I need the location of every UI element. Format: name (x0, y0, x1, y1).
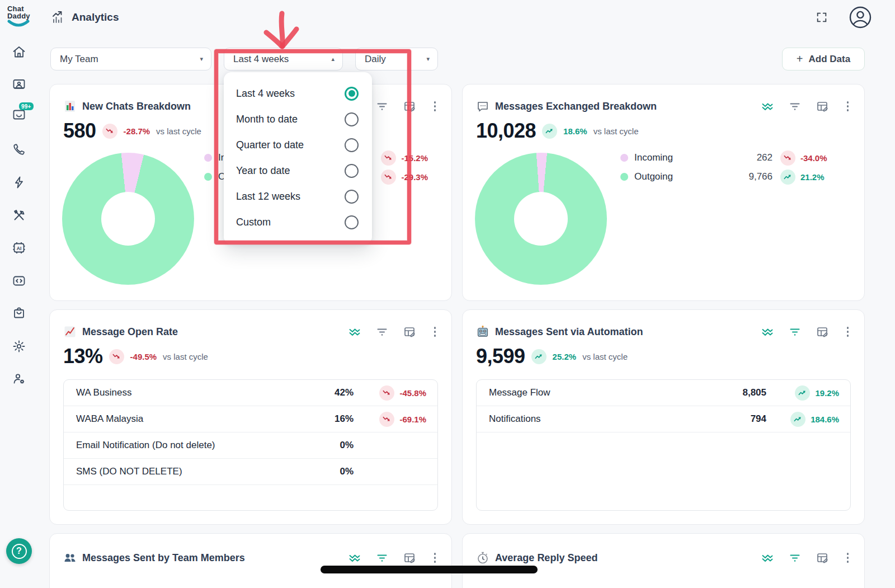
bar-chart-icon (63, 100, 77, 113)
svg-text:AI: AI (17, 246, 22, 251)
table-row[interactable]: Message Flow 8,805 19.2% (477, 380, 850, 406)
sidebar-item-tools[interactable] (11, 208, 27, 223)
table-row[interactable]: WABA Malaysia 16% -69.1% (64, 406, 437, 432)
table-edit-icon (403, 552, 416, 564)
kebab-menu-button[interactable] (844, 552, 852, 564)
table-edit-icon (816, 100, 828, 112)
trend-up-icon (780, 170, 795, 185)
filter-button[interactable] (376, 100, 388, 112)
menu-option-custom[interactable]: Custom (224, 209, 372, 235)
add-data-button[interactable]: + Add Data (782, 48, 865, 70)
donut-hole (101, 192, 155, 246)
row-delta: 184.6% (766, 412, 850, 427)
sidebar-item-shop[interactable] (11, 305, 27, 321)
menu-option-month-to-date[interactable]: Month to date (224, 106, 372, 132)
radio-icon[interactable] (345, 138, 359, 152)
trend-down-icon (379, 385, 394, 401)
filter-lines-icon (789, 552, 801, 564)
row-label: WA Business (76, 387, 309, 398)
table-row[interactable]: Email Notification (Do not delete) 0% (64, 432, 437, 459)
chart-type-button[interactable] (348, 552, 361, 564)
sidebar-item-developer[interactable] (11, 273, 27, 289)
kpi-vs-label: vs last cycle (582, 352, 628, 361)
card-title: Messages Sent by Team Members (82, 552, 245, 564)
radio-icon[interactable] (345, 164, 359, 178)
radio-icon[interactable] (345, 112, 359, 126)
sidebar-item-calls[interactable] (11, 142, 27, 157)
filter-button[interactable] (789, 326, 801, 338)
legend-label: Incoming (634, 152, 673, 163)
row-delta-value: -45.8% (399, 388, 426, 398)
card-tools (761, 552, 852, 564)
zigzag-chart-icon (761, 100, 774, 112)
chart-type-button[interactable] (761, 552, 774, 564)
sidebar-item-automation[interactable] (11, 175, 27, 190)
table-row[interactable]: WA Business 42% -45.8% (64, 380, 437, 406)
sidebar-item-team-settings[interactable] (11, 371, 27, 387)
logo-text-line2: Daddy (7, 12, 37, 20)
sidebar-item-contacts[interactable] (11, 77, 27, 92)
radio-icon[interactable] (345, 215, 359, 229)
edit-table-button[interactable] (816, 552, 828, 564)
row-delta-value: -69.1% (399, 415, 426, 424)
period-select-value: Last 4 weeks (233, 54, 289, 65)
fullscreen-icon (816, 11, 828, 23)
chatdaddy-logo[interactable]: Chat Daddy (7, 5, 37, 29)
team-select[interactable]: My Team ▾ (50, 48, 211, 70)
help-button[interactable]: ? (6, 538, 32, 564)
sidebar-item-home[interactable] (11, 44, 27, 60)
menu-option-last-4-weeks[interactable]: Last 4 weeks (224, 81, 372, 106)
table-row[interactable]: Notifications 794 184.6% (477, 406, 850, 432)
edit-table-button[interactable] (403, 326, 416, 338)
kebab-menu-button[interactable] (844, 100, 852, 112)
card-title: New Chats Breakdown (82, 101, 191, 112)
sidebar-item-chats[interactable]: 99+ (11, 107, 27, 123)
chart-type-button[interactable] (761, 100, 774, 112)
fullscreen-button[interactable] (816, 11, 828, 23)
trend-up-icon (542, 124, 557, 139)
filter-button[interactable] (376, 326, 388, 338)
radio-icon[interactable] (345, 190, 359, 204)
row-value: 16% (309, 413, 354, 425)
row-value: 0% (309, 440, 354, 451)
legend-row-incoming: Incoming 262 -34.0% (620, 148, 842, 167)
kpi-row: 10,028 18.6% vs last cycle (476, 118, 639, 144)
menu-option-last-12-weeks[interactable]: Last 12 weeks (224, 184, 372, 209)
account-button[interactable] (848, 5, 873, 30)
filter-button[interactable] (789, 100, 801, 112)
legend-label: Outgoing (634, 171, 673, 182)
sidebar-item-settings[interactable] (11, 338, 27, 354)
zigzag-chart-icon (761, 552, 774, 564)
chart-type-button[interactable] (761, 326, 774, 338)
menu-option-label: Year to date (236, 165, 290, 177)
edit-table-button[interactable] (403, 552, 416, 564)
menu-option-quarter-to-date[interactable]: Quarter to date (224, 132, 372, 158)
filter-button[interactable] (789, 552, 801, 564)
period-select[interactable]: Last 4 weeks ▴ (224, 48, 343, 70)
edit-table-button[interactable] (816, 326, 828, 338)
kebab-menu-button[interactable] (431, 326, 440, 338)
help-icon: ? (12, 544, 27, 559)
stopwatch-icon (476, 551, 489, 565)
logo-smile-icon (7, 20, 30, 29)
kebab-menu-button[interactable] (431, 100, 440, 112)
legend-delta-value: -34.0% (800, 153, 827, 163)
sidebar-item-ai[interactable]: AI (11, 240, 27, 256)
kebab-menu-button[interactable] (431, 552, 440, 564)
kebab-menu-button[interactable] (844, 326, 852, 338)
zigzag-chart-icon (348, 552, 361, 564)
edit-table-button[interactable] (403, 100, 416, 112)
edit-table-button[interactable] (816, 100, 828, 112)
radio-selected-icon[interactable] (345, 87, 359, 101)
menu-option-year-to-date[interactable]: Year to date (224, 158, 372, 184)
robot-icon (476, 325, 489, 338)
row-label: Notifications (489, 413, 722, 425)
menu-option-label: Month to date (236, 114, 298, 125)
page-header: Analytics (50, 0, 119, 35)
filter-button[interactable] (376, 552, 388, 564)
chart-type-button[interactable] (348, 326, 361, 338)
row-delta: -45.8% (354, 385, 437, 401)
automation-table: Message Flow 8,805 19.2% Notifications 7… (476, 379, 851, 511)
granularity-select[interactable]: Daily ▾ (355, 48, 438, 70)
table-row[interactable]: SMS (DO NOT DELETE) 0% (64, 459, 437, 485)
